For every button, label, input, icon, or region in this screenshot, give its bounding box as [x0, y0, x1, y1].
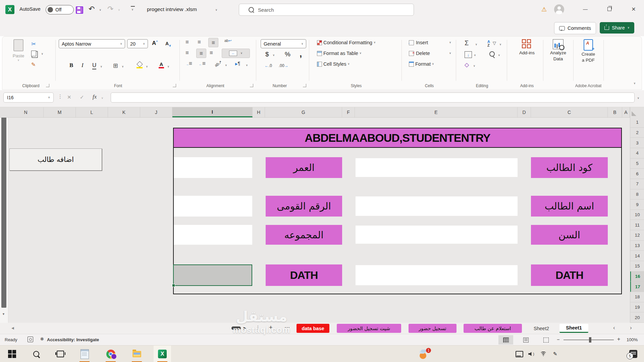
format-painter-icon[interactable]: ✎: [31, 61, 36, 68]
row-header-11[interactable]: 11: [630, 220, 644, 231]
select-all-corner[interactable]: [630, 107, 644, 117]
warning-icon[interactable]: ⚠: [541, 6, 547, 13]
row-header-18[interactable]: 18: [630, 292, 644, 302]
formula-bar-grip-icon[interactable]: ⋮: [58, 94, 62, 100]
vertical-scrollbar[interactable]: ▲ ▼: [0, 107, 8, 323]
form-input-age[interactable]: [174, 157, 252, 178]
scroll-down-icon[interactable]: ▼: [2, 312, 5, 316]
redo-icon[interactable]: ↷: [107, 5, 113, 13]
format-cells-button[interactable]: Format ∨: [409, 61, 434, 67]
filter-funnel-icon[interactable]: ▽: [493, 41, 496, 46]
align-left-icon[interactable]: ≡: [185, 50, 189, 56]
new-sheet-icon[interactable]: +: [269, 324, 273, 331]
row-header-20[interactable]: 20: [630, 312, 644, 323]
increase-decimal-icon[interactable]: ←.0: [265, 63, 272, 68]
column-header-M[interactable]: M: [44, 107, 76, 117]
clear-icon[interactable]: ◇: [465, 61, 469, 68]
hscroll-right-icon[interactable]: ▶: [244, 326, 246, 330]
row-header-9[interactable]: 9: [630, 199, 644, 210]
autosave-toggle[interactable]: Off: [46, 5, 74, 14]
autosum-icon[interactable]: Σ: [465, 39, 469, 47]
add-student-button[interactable]: اضافه طالب: [9, 148, 102, 171]
align-right-icon[interactable]: ≡: [210, 50, 213, 56]
row-header-14[interactable]: 14: [630, 251, 644, 261]
row-header-16[interactable]: 16: [630, 272, 644, 282]
undo-icon[interactable]: ↶: [89, 5, 95, 13]
sheet-tab-6[interactable]: Sheet1: [559, 324, 588, 333]
form-input-group[interactable]: [174, 225, 252, 245]
orientation-chevron-icon[interactable]: ∨: [225, 64, 227, 67]
form-input-national-id[interactable]: [174, 196, 252, 217]
comma-style-icon[interactable]: ,: [300, 49, 302, 59]
qat-customize-chevron-icon[interactable]: ∨: [131, 8, 133, 11]
maximize-button[interactable]: [604, 3, 615, 15]
fill-color-icon[interactable]: [137, 62, 143, 68]
increase-font-icon[interactable]: A^: [152, 40, 158, 47]
sheet-tab-3[interactable]: تسجيل حضور: [409, 324, 457, 333]
column-header-K[interactable]: K: [108, 107, 140, 117]
vertical-scroll-thumb[interactable]: [1, 116, 6, 308]
name-box[interactable]: I16 ∨: [3, 93, 54, 103]
fill-down-icon[interactable]: ↓: [465, 51, 472, 58]
account-avatar[interactable]: [554, 4, 564, 14]
normal-view-button[interactable]: [498, 335, 513, 345]
underline-chevron-icon[interactable]: ∨: [100, 65, 102, 68]
font-size-combo[interactable]: 20∨: [127, 39, 148, 48]
share-button[interactable]: Share ∨: [600, 22, 634, 34]
clear-chevron-icon[interactable]: ∨: [473, 65, 475, 67]
align-top-icon[interactable]: ≡: [185, 39, 189, 45]
cell-styles-button[interactable]: Cell Styles ∨: [317, 61, 350, 67]
column-header-E[interactable]: E: [355, 107, 518, 117]
row-header-15[interactable]: 15: [630, 261, 644, 272]
conditional-formatting-button[interactable]: Conditional Formatting ∨: [317, 40, 376, 45]
font-color-chevron-icon[interactable]: ∨: [167, 65, 169, 68]
borders-chevron-icon[interactable]: ∨: [122, 65, 124, 68]
find-select-icon[interactable]: [489, 51, 495, 57]
zoom-out-icon[interactable]: −: [557, 337, 560, 342]
excel-taskbar-icon[interactable]: X: [154, 346, 171, 362]
wrap-text-icon[interactable]: ab↩: [224, 39, 231, 43]
insert-function-icon[interactable]: fx: [93, 94, 97, 100]
fill-chevron-icon[interactable]: ∨: [474, 54, 476, 57]
weather-icon[interactable]: 1: [418, 346, 431, 362]
zoom-level[interactable]: 100%: [627, 337, 638, 342]
text-direction-icon[interactable]: ▶¶: [235, 61, 240, 66]
decrease-decimal-icon[interactable]: .00→: [279, 63, 288, 68]
sort-filter-chevron-icon[interactable]: ∨: [499, 43, 501, 46]
form-input-student-code[interactable]: [356, 158, 518, 177]
column-header-F[interactable]: F: [342, 107, 355, 117]
hscroll-thumb[interactable]: [231, 326, 241, 330]
alignment-dialog-launcher[interactable]: [250, 84, 253, 87]
zoom-slider[interactable]: [564, 340, 614, 340]
page-break-view-button[interactable]: [539, 335, 553, 345]
tab-nav-next-icon[interactable]: ›: [630, 324, 632, 331]
copy-icon[interactable]: [31, 51, 36, 56]
sheet-tab-4[interactable]: استعلام عن طالب: [464, 324, 522, 333]
qat-customize-icon[interactable]: [131, 6, 135, 7]
notepad-taskbar-icon[interactable]: [77, 346, 92, 362]
column-header-N[interactable]: N: [8, 107, 44, 117]
collapse-ribbon-icon[interactable]: ∨: [634, 82, 636, 85]
accounting-format-icon[interactable]: $: [265, 51, 269, 58]
minimize-button[interactable]: —: [580, 3, 591, 15]
row-header-10[interactable]: 10: [630, 210, 644, 220]
row-header-5[interactable]: 5: [630, 159, 644, 169]
accounting-chevron-icon[interactable]: ∨: [273, 54, 275, 57]
row-header-8[interactable]: 8: [630, 189, 644, 200]
column-header-B[interactable]: B: [608, 107, 622, 117]
pen-tray-icon[interactable]: ✎: [550, 346, 560, 362]
redo-chevron-icon[interactable]: ∨: [118, 9, 120, 11]
row-header-12[interactable]: 12: [630, 230, 644, 241]
decrease-font-icon[interactable]: A∨: [165, 41, 171, 47]
wifi-tray-icon[interactable]: [538, 346, 549, 362]
clipboard-dialog-launcher[interactable]: [46, 84, 49, 87]
align-middle-icon[interactable]: ≡: [198, 39, 201, 45]
file-explorer-taskbar-icon[interactable]: [129, 346, 144, 362]
insert-cells-button[interactable]: ← Insert ∨: [409, 40, 451, 45]
percent-style-icon[interactable]: %: [285, 51, 290, 58]
zoom-slider-thumb[interactable]: [589, 337, 591, 343]
sheet-tab-1[interactable]: data base: [297, 324, 329, 333]
column-header-I[interactable]: I: [172, 107, 253, 117]
row-header-4[interactable]: 4: [630, 148, 644, 159]
form-input-dath[interactable]: [356, 265, 518, 285]
